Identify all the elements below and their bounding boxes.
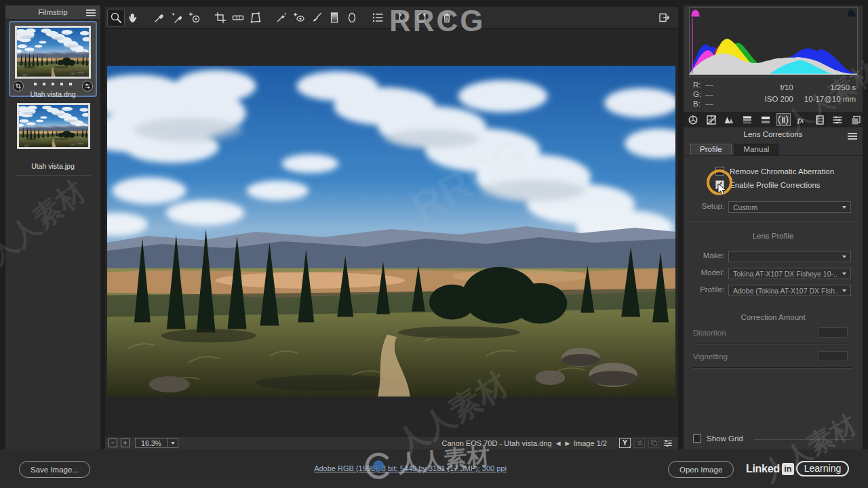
panel-menu-icon[interactable] xyxy=(848,133,857,140)
panel-title-row: Lens Corrections xyxy=(684,130,863,142)
setup-label: Setup: xyxy=(684,202,724,210)
tab-split-toning[interactable] xyxy=(758,113,772,126)
color-sampler-icon xyxy=(170,11,184,24)
graduated-filter-tool-button[interactable] xyxy=(326,9,343,26)
make-select[interactable] xyxy=(728,251,851,262)
copy-settings-button[interactable] xyxy=(648,438,659,448)
model-label: Model: xyxy=(684,268,724,277)
transform-tool-button[interactable] xyxy=(247,9,264,26)
trash-icon xyxy=(440,11,454,24)
spot-removal-icon xyxy=(275,11,288,24)
next-image-button[interactable]: ▶ xyxy=(564,440,570,447)
tab-lens-corrections[interactable] xyxy=(776,113,791,126)
profile-select[interactable]: Adobe (Tokina AT-X107 DX Fish... xyxy=(728,285,851,296)
grid-size-slider[interactable] xyxy=(754,439,852,440)
thumbnail-utah-vista-jpg[interactable] xyxy=(17,103,90,149)
open-image-button[interactable]: Open Image xyxy=(668,461,734,478)
tab-snapshots[interactable] xyxy=(848,113,863,126)
exif-readout: f/10 1/250 s ISO 200 10-17@10 mm xyxy=(765,83,856,103)
toggle-fullscreen-button[interactable] xyxy=(655,9,673,26)
hand-tool-button[interactable] xyxy=(125,9,142,26)
before-after-view-button[interactable]: Y xyxy=(619,438,631,448)
workflow-options-link[interactable]: Adobe RGB (1998); 8 bit; 5440 by 3181 (1… xyxy=(314,464,507,472)
zoom-out-button[interactable]: − xyxy=(108,439,117,447)
targeted-adjustment-tool-button[interactable] xyxy=(186,9,203,26)
thumbnail-filename: Utah vista.dng xyxy=(10,90,96,98)
previous-image-button[interactable]: ◀ xyxy=(555,440,561,447)
iso-value: ISO 200 xyxy=(765,95,793,103)
adjustment-brush-icon xyxy=(310,11,323,24)
red-eye-tool-button[interactable] xyxy=(290,9,308,26)
image-counter: Image 1/2 xyxy=(574,439,616,447)
rgb-readout: R:--- G:--- B:--- xyxy=(693,80,713,108)
model-select[interactable]: Tokina AT-X107 DX Fisheye 10-... xyxy=(728,268,851,279)
filmstrip-menu-icon[interactable] xyxy=(86,9,96,16)
tab-hsl-grayscale[interactable] xyxy=(741,113,755,126)
tab-manual[interactable]: Manual xyxy=(734,144,779,155)
preferences-button[interactable] xyxy=(369,9,387,26)
white-balance-tool-button[interactable] xyxy=(151,9,168,26)
swap-before-after-button[interactable] xyxy=(634,438,645,448)
mouse-cursor xyxy=(717,183,728,197)
vignetting-label: Vignetting xyxy=(693,352,728,361)
straighten-icon xyxy=(231,11,245,24)
tab-profile[interactable]: Profile xyxy=(690,144,732,155)
distortion-slider[interactable] xyxy=(693,344,852,345)
distortion-value-box[interactable] xyxy=(818,327,848,338)
bottom-bar: Save Image... Adobe RGB (1998); 8 bit; 5… xyxy=(0,449,868,488)
show-grid-checkbox[interactable] xyxy=(693,434,701,443)
svg-text:fx: fx xyxy=(797,116,804,124)
rotate-left-button[interactable] xyxy=(395,9,412,26)
straighten-tool-button[interactable] xyxy=(229,9,247,26)
show-grid-row: Show Grid xyxy=(693,434,743,443)
color-sampler-tool-button[interactable] xyxy=(168,9,186,26)
distortion-label: Distortion xyxy=(693,329,726,337)
b-value: --- xyxy=(705,100,713,108)
linkedin-learning-logo: Linked in Learning xyxy=(746,461,849,476)
adjustment-brush-tool-button[interactable] xyxy=(308,9,326,26)
zoom-level-value: 16.3% xyxy=(136,439,167,447)
shadow-clipping-indicator[interactable] xyxy=(690,9,701,17)
swap-icon xyxy=(636,439,644,447)
radial-filter-icon xyxy=(345,11,359,24)
zoom-level-select[interactable]: 16.3% xyxy=(135,438,178,448)
thumbnail-utah-vista-dng[interactable]: Utah vista.dng xyxy=(9,21,97,97)
profile-value: Adobe (Tokina AT-X107 DX Fish... xyxy=(733,287,838,295)
radial-filter-tool-button[interactable] xyxy=(343,9,361,26)
photo-utah-vista[interactable] xyxy=(107,66,675,396)
lens-value: 10-17@10 mm xyxy=(804,95,856,103)
red-eye-icon xyxy=(292,11,306,24)
rotate-right-button[interactable] xyxy=(412,9,430,26)
vignetting-slider[interactable] xyxy=(693,367,852,369)
filmstrip-header: Filmstrip xyxy=(5,5,100,20)
tab-presets[interactable] xyxy=(831,113,845,126)
tab-tone-curve[interactable] xyxy=(705,113,719,126)
chevron-down-icon xyxy=(842,206,846,209)
enable-profile-label: Enable Profile Corrections xyxy=(730,181,821,189)
filmstrip-divider xyxy=(15,175,91,176)
tab-detail[interactable] xyxy=(722,113,736,126)
crop-tool-button[interactable] xyxy=(212,9,229,26)
spot-removal-tool-button[interactable] xyxy=(273,9,290,26)
tab-basic[interactable] xyxy=(686,113,701,126)
vignetting-value-box[interactable] xyxy=(818,351,848,361)
shutter-value: 1/250 s xyxy=(830,83,856,92)
r-value: --- xyxy=(705,81,713,89)
highlight-clipping-indicator[interactable] xyxy=(846,9,856,17)
chevron-down-icon xyxy=(842,289,846,292)
transform-icon xyxy=(249,11,262,24)
zoom-in-button[interactable]: + xyxy=(121,439,130,447)
zoom-tool-button[interactable] xyxy=(107,9,125,26)
tab-camera-calibration[interactable] xyxy=(812,113,827,126)
correction-amount-heading: Correction Amount xyxy=(684,313,863,321)
preview-preferences-icon[interactable] xyxy=(663,439,673,448)
eyedropper-icon xyxy=(153,11,166,24)
delete-button[interactable] xyxy=(438,9,456,26)
preferences-list-icon xyxy=(371,11,384,24)
thumbnail-image xyxy=(17,103,90,149)
save-image-button[interactable]: Save Image... xyxy=(19,461,90,478)
setup-value: Custom xyxy=(733,203,757,211)
g-value: --- xyxy=(705,90,713,98)
setup-select[interactable]: Custom xyxy=(728,201,851,213)
tab-effects[interactable]: fx xyxy=(795,113,809,126)
